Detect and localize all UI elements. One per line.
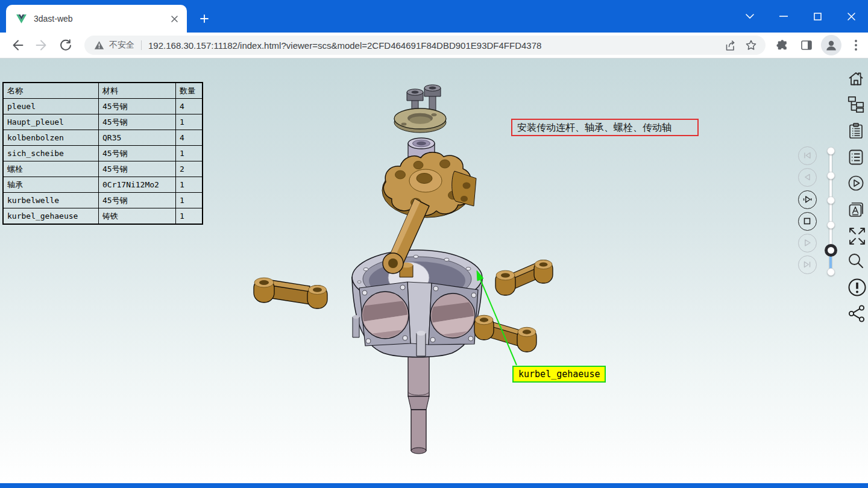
fit-fullscreen-icon[interactable] [847, 224, 865, 249]
vue-favicon-icon [16, 14, 27, 23]
slider-step-dot[interactable] [827, 147, 835, 155]
animation-step-slider[interactable] [825, 148, 837, 278]
slider-step-dot[interactable] [827, 172, 835, 180]
assembly-structure-icon[interactable] [847, 95, 865, 113]
annotation-note-icon[interactable] [847, 201, 865, 219]
skip-to-end-button[interactable] [798, 255, 817, 274]
issue-exclamation-icon[interactable] [847, 277, 867, 298]
browser-menu-kebab-icon[interactable] [850, 39, 862, 52]
part-kurbelwelle-shaft[interactable] [408, 355, 429, 454]
part-pleuel-left[interactable] [254, 278, 327, 308]
zoom-search-icon[interactable] [847, 252, 865, 271]
steps-list-icon[interactable] [847, 148, 865, 166]
bom-header-name: 名称 [3, 83, 99, 99]
bom-table: 名称 材料 数量 pleuel45号钢4 Haupt_pleuel45号钢1 k… [2, 82, 203, 225]
address-divider [141, 40, 142, 50]
not-secure-warning-icon[interactable] [94, 40, 104, 50]
part-spider-flange[interactable] [382, 152, 476, 217]
table-row: Haupt_pleuel45号钢1 [3, 114, 203, 130]
tab-close-icon[interactable] [171, 16, 178, 22]
share-model-icon[interactable] [847, 304, 866, 323]
security-label: 不安全 [109, 40, 134, 51]
part-kurbel-gehaeuse[interactable] [352, 250, 482, 357]
table-row: kurbelwelle45号钢1 [3, 193, 203, 208]
reload-button[interactable] [59, 39, 72, 52]
address-bar[interactable]: 不安全 192.168.30.157:11182/index.html?view… [84, 36, 766, 55]
home-icon[interactable] [847, 69, 865, 87]
extensions-puzzle-icon[interactable] [776, 39, 789, 52]
side-panel-icon[interactable] [800, 39, 813, 52]
part-sich-scheibe[interactable] [394, 108, 446, 133]
table-row: kolbenbolzenQR354 [3, 130, 203, 146]
bom-header-qty: 数量 [176, 83, 203, 99]
back-button[interactable] [11, 39, 24, 52]
new-tab-button[interactable] [197, 11, 212, 27]
bom-header-row: 名称 材料 数量 [3, 83, 203, 99]
tab-search-chevron-icon[interactable] [733, 0, 767, 33]
bom-clipboard-icon[interactable] [847, 122, 865, 140]
url-text[interactable]: 192.168.30.157:11182/index.html?viewer=s… [148, 40, 723, 51]
slider-knob[interactable] [825, 244, 837, 257]
profile-avatar[interactable] [821, 35, 841, 55]
bookmark-star-icon[interactable] [745, 39, 757, 51]
table-row: pleuel45号钢4 [3, 99, 203, 114]
browser-titlebar: 3dast-web [0, 0, 868, 33]
table-row: 轴承0Cr17Ni12Mo21 [3, 177, 203, 193]
skip-to-start-button[interactable] [798, 146, 817, 165]
window-maximize-button[interactable] [800, 0, 834, 33]
slider-step-dot[interactable] [827, 196, 835, 204]
cad-viewer-canvas[interactable]: 名称 材料 数量 pleuel45号钢4 Haupt_pleuel45号钢1 k… [0, 58, 868, 483]
forward-button[interactable] [35, 39, 48, 52]
table-row: sich_scheibe45号钢1 [3, 146, 203, 161]
part-pleuel-right-lower[interactable] [474, 315, 536, 352]
window-close-button[interactable] [834, 0, 868, 33]
table-row: 螺栓45号钢2 [3, 161, 203, 177]
browser-tab[interactable]: 3dast-web [6, 5, 187, 33]
table-row: kurbel_gehaeuse铸铁1 [3, 208, 203, 225]
tab-title: 3dast-web [34, 14, 171, 23]
stop-button[interactable] [798, 212, 817, 231]
play-current-step-button[interactable] [798, 190, 817, 209]
part-callout-label[interactable]: kurbel_gehaeuse [512, 366, 606, 383]
bom-header-material: 材料 [99, 83, 176, 99]
assembly-step-note: 安装传动连杆、轴承、螺栓、传动轴 [511, 119, 699, 136]
slider-step-dot[interactable] [827, 268, 835, 276]
part-pleuel-right-upper[interactable] [495, 260, 553, 296]
bottom-accent-bar [0, 483, 868, 488]
slider-step-dot[interactable] [827, 221, 835, 229]
share-page-icon[interactable] [723, 39, 737, 52]
play-button[interactable] [798, 234, 817, 252]
step-back-button[interactable] [798, 168, 817, 187]
window-minimize-button[interactable] [767, 0, 800, 33]
play-animation-icon[interactable] [847, 174, 865, 192]
